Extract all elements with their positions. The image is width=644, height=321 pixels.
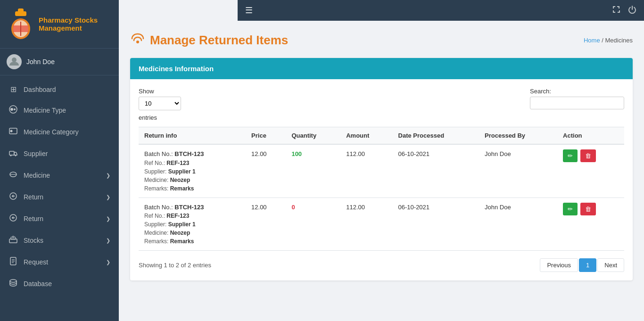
col-return-info: Return info	[139, 127, 246, 145]
ref-line: Ref No.: REF-123	[144, 159, 240, 167]
cell-return-info: Batch No.: BTCH-123 Ref No.: REF-123 Sup…	[139, 198, 246, 251]
edit-button[interactable]: ✏	[563, 203, 578, 215]
medicines-table: Return info Price Quantity Amount Date P…	[139, 127, 624, 251]
page-title-wrap: Manage Returned Items	[130, 32, 288, 49]
cell-quantity: 0	[286, 198, 340, 251]
quantity-value: 100	[291, 150, 302, 157]
table-controls: Show 10 25 50 100 entries Search:	[139, 88, 624, 121]
medicine-line: Medicine: Neozep	[144, 176, 240, 184]
chevron-right-icon: ❯	[106, 216, 110, 222]
sidebar-item-request[interactable]: Request ❯	[0, 251, 119, 273]
sidebar-item-label: Stocks	[24, 237, 43, 244]
sidebar-logo: Pharmacy Stocks Management	[0, 0, 119, 49]
batch-line: Batch No.: BTCH-123	[144, 203, 240, 212]
ref-line: Ref No.: REF-123	[144, 212, 240, 220]
return2-icon	[8, 214, 18, 224]
sidebar-item-return[interactable]: Return ❯	[0, 186, 119, 208]
next-button[interactable]: Next	[597, 258, 624, 272]
return-info-detail: Batch No.: BTCH-123 Ref No.: REF-123 Sup…	[144, 149, 240, 193]
remarks-line: Remarks: Remarks	[144, 184, 240, 193]
col-price: Price	[246, 127, 286, 145]
sidebar-item-label: Database	[24, 280, 52, 288]
action-buttons: ✏ 🗑	[563, 203, 619, 215]
sidebar-item-supplier[interactable]: Supplier	[0, 143, 119, 165]
sidebar-username: John Doe	[26, 58, 55, 66]
sidebar-item-medicine[interactable]: Medicine ❯	[0, 165, 119, 186]
power-icon[interactable]	[628, 5, 636, 16]
dashboard-icon: ⊞	[8, 85, 18, 94]
remarks-line: Remarks: Remarks	[144, 237, 240, 246]
show-select[interactable]: 10 25 50 100	[139, 97, 181, 110]
sidebar-item-database[interactable]: Database	[0, 273, 119, 295]
supplier-icon	[8, 148, 18, 159]
cell-amount: 112.00	[340, 144, 392, 198]
sidebar-item-medicine-type[interactable]: Medicine Type	[0, 99, 119, 121]
stocks-icon	[8, 235, 18, 246]
sidebar-item-label: Return	[24, 193, 43, 201]
page-title-icon	[130, 32, 145, 49]
medicine-icon	[8, 170, 18, 181]
cell-amount: 112.00	[340, 198, 392, 251]
previous-button[interactable]: Previous	[540, 258, 578, 272]
page-header: Manage Returned Items Home / Medicines	[130, 32, 633, 49]
breadcrumb: Home / Medicines	[584, 37, 633, 44]
search-label: Search:	[530, 88, 624, 95]
chevron-right-icon: ❯	[106, 238, 110, 244]
svg-point-9	[14, 108, 16, 110]
medicine-category-icon	[8, 127, 18, 137]
chevron-right-icon: ❯	[106, 173, 110, 179]
batch-line: Batch No.: BTCH-123	[144, 149, 240, 159]
table-row: Batch No.: BTCH-123 Ref No.: REF-123 Sup…	[139, 144, 624, 198]
return-icon	[8, 192, 18, 202]
cell-processed-by: John Doe	[479, 144, 557, 198]
search-input[interactable]	[530, 97, 624, 109]
delete-button[interactable]: 🗑	[580, 203, 596, 215]
medicine-line: Medicine: Neozep	[144, 229, 240, 237]
chevron-right-icon: ❯	[106, 194, 110, 200]
svg-point-14	[15, 155, 17, 156]
sidebar-item-return2[interactable]: Return ❯	[0, 208, 119, 230]
sidebar-item-medicine-category[interactable]: Medicine Category	[0, 121, 119, 143]
svg-rect-12	[9, 151, 14, 155]
sidebar-item-label: Medicine Category	[24, 128, 79, 136]
cell-quantity: 100	[286, 144, 340, 198]
sidebar-user: John Doe	[0, 49, 119, 75]
breadcrumb-current: Medicines	[605, 37, 633, 44]
col-amount: Amount	[340, 127, 392, 145]
card-header: Medicines Information	[130, 58, 633, 79]
breadcrumb-sep: /	[600, 37, 605, 44]
sidebar-item-stocks[interactable]: Stocks ❯	[0, 230, 119, 251]
table-body: Batch No.: BTCH-123 Ref No.: REF-123 Sup…	[139, 144, 624, 251]
cell-processed-by: John Doe	[479, 198, 557, 251]
table-header-row: Return info Price Quantity Amount Date P…	[139, 127, 624, 145]
avatar	[7, 54, 22, 69]
cell-date-processed: 06-10-2021	[393, 198, 479, 251]
sidebar-logo-text: Pharmacy Stocks Management	[39, 16, 98, 32]
sidebar-nav: ⊞ Dashboard Medicine Type Medicine Categ…	[0, 75, 119, 321]
delete-button[interactable]: 🗑	[580, 149, 596, 162]
sidebar-item-label: Return	[24, 215, 43, 222]
col-quantity: Quantity	[286, 127, 340, 145]
table-row: Batch No.: BTCH-123 Ref No.: REF-123 Sup…	[139, 198, 624, 251]
sidebar-item-label: Dashboard	[24, 86, 56, 93]
sidebar: Pharmacy Stocks Management John Doe ⊞ Da…	[0, 0, 119, 321]
svg-point-6	[12, 58, 17, 62]
cell-price: 12.00	[246, 144, 286, 198]
page-1-button[interactable]: 1	[579, 258, 596, 272]
edit-button[interactable]: ✏	[563, 149, 578, 162]
hamburger-icon[interactable]: ☰	[245, 5, 253, 16]
sidebar-item-dashboard[interactable]: ⊞ Dashboard	[0, 79, 119, 99]
chevron-right-icon: ❯	[106, 259, 110, 265]
expand-icon[interactable]	[612, 5, 620, 16]
card-body: Show 10 25 50 100 entries Search:	[130, 79, 633, 280]
request-icon	[8, 257, 18, 267]
breadcrumb-home[interactable]: Home	[584, 37, 600, 44]
search-wrap: Search:	[530, 88, 624, 109]
supplier-line: Supplier: Supplier 1	[144, 167, 240, 176]
logo-icon	[7, 8, 35, 41]
cell-price: 12.00	[246, 198, 286, 251]
sidebar-item-label: Supplier	[24, 150, 48, 157]
topbar: ☰	[238, 0, 644, 21]
medicines-card: Medicines Information Show 10 25 50 100 …	[130, 58, 633, 280]
sidebar-item-label: Request	[24, 258, 48, 266]
